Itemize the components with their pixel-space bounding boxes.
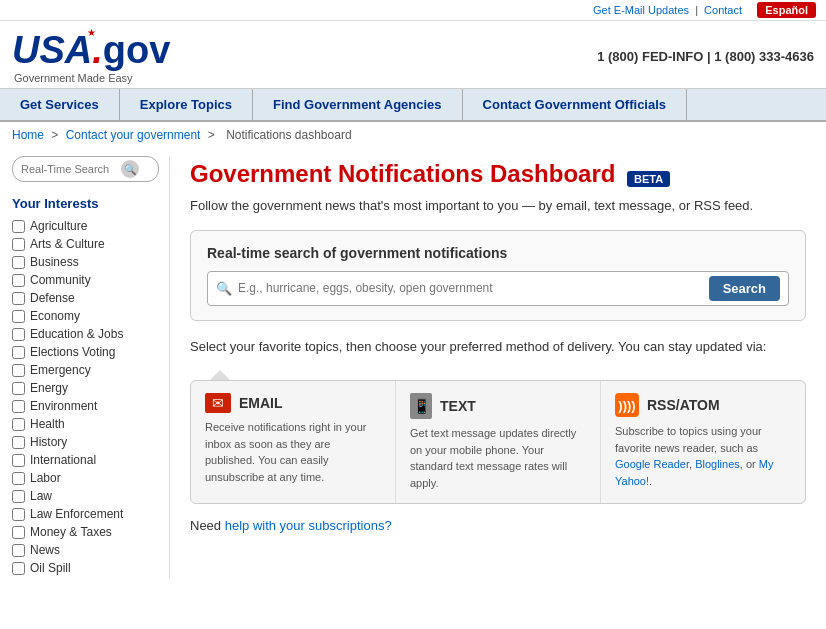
select-text: Select your favorite topics, then choose… <box>190 337 806 357</box>
sidebar-item-label[interactable]: International <box>30 453 96 467</box>
sidebar-item-label[interactable]: Health <box>30 417 65 431</box>
sidebar-item: Education & Jobs <box>12 327 159 341</box>
email-title: EMAIL <box>239 395 283 411</box>
sidebar-item: News <box>12 543 159 557</box>
sidebar-item-label[interactable]: Business <box>30 255 79 269</box>
sidebar-checkbox-15[interactable] <box>12 490 25 503</box>
sidebar-item-label[interactable]: Defense <box>30 291 75 305</box>
top-bar: Get E-Mail Updates | Contact Español <box>0 0 826 21</box>
delivery-options: ✉ EMAIL Receive notifications right in y… <box>190 380 806 504</box>
text-header: 📱 TEXT <box>410 393 586 419</box>
sidebar-item: History <box>12 435 159 449</box>
realtime-search-box: Real-time search of government notificat… <box>190 230 806 321</box>
email-updates-link[interactable]: Get E-Mail Updates <box>593 4 689 16</box>
sidebar-item: Elections Voting <box>12 345 159 359</box>
sidebar-search-button[interactable]: 🔍 <box>121 160 139 178</box>
nav-get-services[interactable]: Get Services <box>0 89 120 120</box>
sidebar-item: Law <box>12 489 159 503</box>
delivery-email[interactable]: ✉ EMAIL Receive notifications right in y… <box>191 381 396 503</box>
rss-header: )))) RSS/ATOM <box>615 393 791 417</box>
sidebar-item-label[interactable]: Energy <box>30 381 68 395</box>
nav-find-agencies[interactable]: Find Government Agencies <box>253 89 463 120</box>
sidebar-item-label[interactable]: Emergency <box>30 363 91 377</box>
sidebar-item-label[interactable]: Money & Taxes <box>30 525 112 539</box>
sidebar-item-label[interactable]: Environment <box>30 399 97 413</box>
sidebar-item-label[interactable]: Economy <box>30 309 80 323</box>
sidebar-item: International <box>12 453 159 467</box>
sidebar-item-label[interactable]: History <box>30 435 67 449</box>
sidebar-item-label[interactable]: Community <box>30 273 91 287</box>
google-reader-link[interactable]: Google Reader <box>615 458 689 470</box>
sidebar-item-label[interactable]: Labor <box>30 471 61 485</box>
sidebar-checkbox-16[interactable] <box>12 508 25 521</box>
main-content: Government Notifications Dashboard BETA … <box>170 156 826 579</box>
breadcrumb-contact[interactable]: Contact your government <box>66 128 201 142</box>
sidebar-item: Labor <box>12 471 159 485</box>
sidebar-item: Energy <box>12 381 159 395</box>
sidebar-checkbox-11[interactable] <box>12 418 25 431</box>
sidebar-search-input[interactable] <box>21 163 121 175</box>
realtime-search-title: Real-time search of government notificat… <box>207 245 789 261</box>
sidebar-item-label[interactable]: Oil Spill <box>30 561 71 575</box>
sidebar-item: Agriculture <box>12 219 159 233</box>
sidebar-item-label[interactable]: Arts & Culture <box>30 237 105 251</box>
text-title: TEXT <box>440 398 476 414</box>
email-description: Receive notifications right in your inbo… <box>205 419 381 485</box>
bloglines-link[interactable]: Bloglines <box>695 458 740 470</box>
sidebar-item: Arts & Culture <box>12 237 159 251</box>
nav-explore-topics[interactable]: Explore Topics <box>120 89 253 120</box>
logo-gov: gov <box>103 29 171 72</box>
sidebar-search[interactable]: 🔍 <box>12 156 159 182</box>
sidebar-item: Community <box>12 273 159 287</box>
sidebar-item-label[interactable]: Agriculture <box>30 219 87 233</box>
sidebar-checkbox-9[interactable] <box>12 382 25 395</box>
sidebar-checkbox-0[interactable] <box>12 220 25 233</box>
logo-star: ★ <box>87 27 96 38</box>
sidebar-checkbox-14[interactable] <box>12 472 25 485</box>
page-subtitle: Follow the government news that's most i… <box>190 196 806 216</box>
contact-link[interactable]: Contact <box>704 4 742 16</box>
logo[interactable]: ★ USA . gov Government Made Easy <box>12 29 170 84</box>
sidebar-item: Health <box>12 417 159 431</box>
realtime-search-icon: 🔍 <box>216 281 232 296</box>
sidebar-item: Economy <box>12 309 159 323</box>
sidebar-checkbox-6[interactable] <box>12 328 25 341</box>
sidebar-checkbox-17[interactable] <box>12 526 25 539</box>
sidebar-checkbox-3[interactable] <box>12 274 25 287</box>
help-link[interactable]: help with your subscriptions? <box>225 518 392 533</box>
sidebar-checkbox-7[interactable] <box>12 346 25 359</box>
sidebar-item-label[interactable]: Education & Jobs <box>30 327 123 341</box>
sidebar-checkbox-19[interactable] <box>12 562 25 575</box>
help-text: Need help with your subscriptions? <box>190 518 806 533</box>
realtime-search-input-row: 🔍 Search <box>207 271 789 306</box>
sidebar-item: Emergency <box>12 363 159 377</box>
sidebar-checkbox-12[interactable] <box>12 436 25 449</box>
delivery-rss[interactable]: )))) RSS/ATOM Subscribe to topics using … <box>601 381 805 503</box>
sidebar-item-label[interactable]: Law Enforcement <box>30 507 123 521</box>
breadcrumb-home[interactable]: Home <box>12 128 44 142</box>
breadcrumb: Home > Contact your government > Notific… <box>0 122 826 148</box>
sidebar-checkbox-18[interactable] <box>12 544 25 557</box>
sidebar-checkbox-1[interactable] <box>12 238 25 251</box>
sidebar-checkbox-8[interactable] <box>12 364 25 377</box>
sidebar-item: Money & Taxes <box>12 525 159 539</box>
sidebar-checkbox-4[interactable] <box>12 292 25 305</box>
sidebar-checkbox-13[interactable] <box>12 454 25 467</box>
sidebar-item: Environment <box>12 399 159 413</box>
sidebar-item-label[interactable]: Elections Voting <box>30 345 115 359</box>
title-row: Government Notifications Dashboard BETA <box>190 160 806 188</box>
espanol-button[interactable]: Español <box>757 2 816 18</box>
sidebar-checkbox-10[interactable] <box>12 400 25 413</box>
breadcrumb-current: Notifications dashboard <box>226 128 351 142</box>
nav-contact-officials[interactable]: Contact Government Officials <box>463 89 687 120</box>
rss-description: Subscribe to topics using your favorite … <box>615 423 791 489</box>
realtime-search-button[interactable]: Search <box>709 276 780 301</box>
realtime-search-field[interactable] <box>238 281 699 295</box>
sidebar-checkbox-2[interactable] <box>12 256 25 269</box>
sidebar-checkbox-5[interactable] <box>12 310 25 323</box>
email-icon: ✉ <box>205 393 231 413</box>
sidebar-item-label[interactable]: Law <box>30 489 52 503</box>
sidebar-item-label[interactable]: News <box>30 543 60 557</box>
delivery-text[interactable]: 📱 TEXT Get text message updates directly… <box>396 381 601 503</box>
email-header: ✉ EMAIL <box>205 393 381 413</box>
